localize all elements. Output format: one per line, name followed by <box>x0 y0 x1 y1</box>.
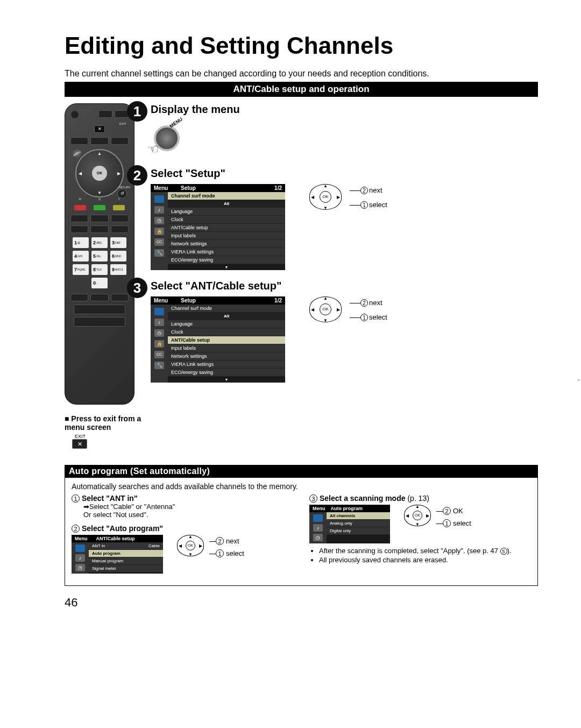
substep-3-title-a: Select a scanning mode <box>320 494 406 503</box>
substep-2-title: Select "Auto program" <box>82 524 163 533</box>
nav-next-label: 2next <box>350 299 387 307</box>
section-header-antcable: ANT/Cable setup and operation <box>65 82 538 97</box>
osd-tab-label: Auto program <box>331 506 363 511</box>
osd-item: All <box>168 313 285 320</box>
osd-item: Manual program <box>89 557 163 565</box>
osd-item: Clock <box>168 216 285 224</box>
auto-program-desc: Automatically searches and adds availabl… <box>72 482 531 491</box>
osd-item: Input labels <box>168 232 285 240</box>
exit-note-heading: ■ Press to exit from a menu screen <box>65 414 145 432</box>
osd-item: Language <box>168 320 285 328</box>
substep-1-line1: Select "Cable" or "Antenna" <box>89 503 175 511</box>
nav-select-label: 1select <box>350 313 387 321</box>
exit-note: ■ Press to exit from a menu screen EXIT … <box>65 414 145 449</box>
picture-icon <box>75 545 85 552</box>
exit-note-label: EXIT <box>72 434 88 439</box>
navpad-diagram: ▲▼◀▶ OK <box>172 535 209 556</box>
remote-key-4: 4GHI <box>73 251 89 261</box>
crop-mark: - <box>578 377 581 382</box>
remote-key-6: 6MNO <box>110 251 126 261</box>
osd-item: All <box>168 200 285 208</box>
remote-key-5: 5JKL <box>91 251 108 261</box>
osd-menu-label: Menu <box>154 298 168 303</box>
nav-next-label: 2next <box>209 537 244 545</box>
osd-menu-step2: Menu Setup 1/2 ♪ ◷ CC 🔧 <box>151 184 285 270</box>
nav-select-label: 1select <box>350 201 387 209</box>
section-header-autoprogram: Auto program (Set automatically) <box>65 465 538 478</box>
navpad-diagram: ▲▼◀▶ OK <box>301 184 350 210</box>
setup-icon: 🔧 <box>154 362 164 369</box>
substep-1-line2: Or select "Not used". <box>83 511 148 519</box>
substep-1: 1Select "ANT in" ➡Select "Cable" or "Ant… <box>72 494 293 519</box>
osd-item: VIERA Link settings <box>168 361 285 369</box>
step-1-title: Display the menu <box>151 103 538 116</box>
substep-3-bullets: After the scanning is completed, select … <box>319 547 531 564</box>
nav-select-label: 1select <box>209 549 244 557</box>
exit-note-button: ✕ <box>72 439 87 449</box>
remote-color-label-r: R <box>79 197 81 201</box>
navpad-ok: OK <box>413 511 422 520</box>
audio-icon: ♪ <box>154 319 164 326</box>
hand-icon: ☜ <box>147 142 159 157</box>
remote-key-2: 2ABC <box>91 237 108 248</box>
remote-dpad: MENU ▲▼ ◀▶ OK RETURN ↺ <box>75 149 124 197</box>
remote-key-3: 3DEF <box>110 237 126 248</box>
remote-yellow-button <box>113 205 125 210</box>
step-2: 2 Select "Setup" Menu Setup 1/2 ♪ <box>151 167 538 270</box>
remote-control-illustration: EXIT ✕ MENU ▲▼ ◀▶ OK RETURN ↺ R G Y <box>65 103 134 405</box>
osd-item: Network settings <box>168 352 285 361</box>
timer-icon: ◷ <box>75 564 85 571</box>
remote-return-button: ↺ <box>117 189 127 199</box>
osd-item: Channel surf mode <box>168 192 285 200</box>
substep-2: 2Select "Auto program" Menu ANT/Cable se… <box>72 524 293 574</box>
timer-icon: ◷ <box>313 534 323 541</box>
timer-icon: ◷ <box>154 329 164 337</box>
remote-key-8: 8TUV <box>91 264 108 275</box>
navpad-ok: OK <box>320 303 331 315</box>
remote-key-1: 1@ . <box>73 237 89 248</box>
osd-item: VIERA Link settings <box>168 248 285 256</box>
osd-item: Digital only <box>327 527 390 535</box>
osd-more-icon: ▾ <box>168 264 285 270</box>
navpad-ok: OK <box>186 541 195 550</box>
picture-icon <box>154 308 164 315</box>
substep-1-title: Select "ANT in" <box>82 494 138 503</box>
nav-next-label: 2next <box>350 186 387 194</box>
osd-item: Clock <box>168 328 285 336</box>
osd-menu-step3: Menu Setup 1/2 ♪ ◷ CC 🔧 <box>151 296 285 383</box>
timer-icon: ◷ <box>154 217 164 224</box>
osd-item: Auto program <box>89 550 163 557</box>
picture-icon <box>313 514 323 522</box>
picture-icon <box>154 195 164 203</box>
remote-red-button <box>74 205 86 210</box>
nav-select-label: 1select <box>436 519 471 527</box>
cc-icon: CC <box>154 351 164 358</box>
bullet-item: After the scanning is completed, select … <box>319 547 531 555</box>
remote-key-0: 0- . <box>91 278 108 288</box>
step-3-badge: 3 <box>127 278 147 298</box>
navpad-diagram: ▲▼◀▶ OK <box>399 505 436 526</box>
osd-menu-label: Menu <box>154 185 168 191</box>
remote-ok-button: OK <box>92 166 107 181</box>
menu-button-illustration: MENU ☜ <box>151 120 188 158</box>
audio-icon: ♪ <box>154 206 164 214</box>
osd-more-icon: ▾ <box>168 377 285 383</box>
remote-return-label: RETURN <box>119 186 130 189</box>
osd-page-label: 1/2 <box>274 298 282 303</box>
remote-exit-button: ✕ <box>94 125 105 133</box>
osd-page-label: 1/2 <box>274 185 282 191</box>
remote-key-9: 9WXYZ <box>110 264 126 275</box>
menu-button-label: MENU <box>168 116 183 129</box>
setup-icon: 🔧 <box>154 249 164 257</box>
intro-text: The current channel settings can be chan… <box>65 69 538 79</box>
osd-item: Network settings <box>168 240 285 248</box>
osd-tab-label: ANT/Cable setup <box>96 536 135 541</box>
cc-icon: CC <box>154 238 164 246</box>
navpad-ok: OK <box>320 191 331 203</box>
osd-item: ECO/energy saving <box>168 256 285 264</box>
osd-item: ANT inCable <box>89 542 163 550</box>
osd-menu-substep2: Menu ANT/Cable setup ♪ ◷ ANT inCableAuto… <box>72 535 163 574</box>
osd-tab-label: Setup <box>181 298 196 303</box>
step-1: 1 Display the menu MENU ☜ <box>151 103 538 158</box>
navpad-diagram: ▲▼◀▶ OK <box>301 296 350 322</box>
